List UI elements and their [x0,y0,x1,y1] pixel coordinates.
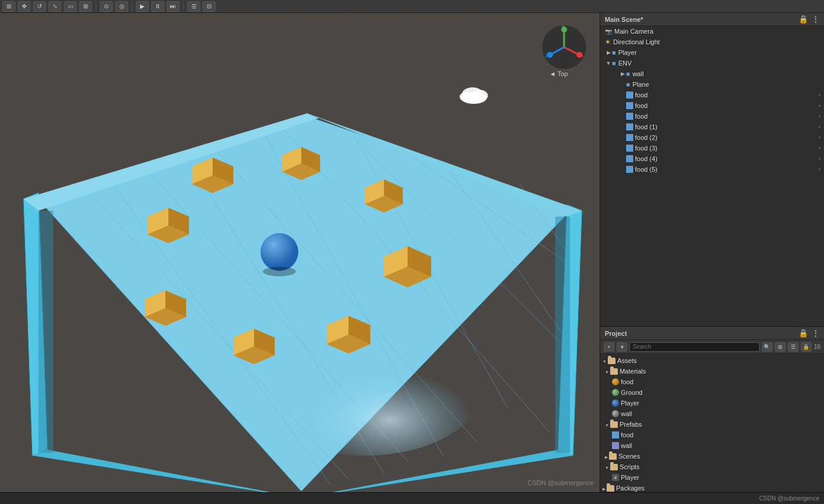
project-lock-icon[interactable]: 🔒 [799,329,808,338]
project-label-scripts: Scripts [620,463,640,470]
hierarchy-label-food-4n: food (4) [635,155,657,162]
player-cube-icon: ■ [612,49,616,56]
project-search-icon[interactable]: 🔍 [762,342,773,352]
project-toolbar: + ▾ 🔍 ⊞ ☰ 🔒 16 [600,340,824,354]
project-header-icons: 🔒 ⋮ [799,329,819,338]
mat-player-icon [612,400,619,407]
scenes-folder-icon [609,453,617,460]
scene-svg: x z y ◄ Top [0,13,600,492]
hierarchy-item-env[interactable]: ▼ ■ ENV [600,58,824,68]
separator-3 [183,2,184,11]
hierarchy-item-food-1[interactable]: ▶ food › [600,90,824,100]
toolbar-btn-rect[interactable]: ▭ [64,1,77,12]
svg-text:x: x [581,53,584,58]
project-count: 16 [814,343,820,350]
separator-2 [132,2,132,11]
food4n-icon [626,155,633,162]
toolbar-btn-scale[interactable]: ⤡ [48,1,61,12]
hierarchy-item-plane[interactable]: ▶ ■ Plane [600,79,824,90]
project-item-scenes[interactable]: Scenes [600,451,824,462]
toolbar-btn-pivot[interactable]: ⊙ [100,1,113,12]
food3n-icon [626,145,633,152]
toolbar-btn-rotate[interactable]: ↺ [33,1,46,12]
mat-ground-icon [612,389,619,396]
project-item-assets[interactable]: Assets [600,355,824,366]
hierarchy-item-food-4n[interactable]: ▶ food (4) › [600,153,824,164]
svg-text:z: z [545,53,548,58]
project-item-materials[interactable]: Materials [600,366,824,377]
project-title: Project [605,330,627,337]
hierarchy-item-directional-light[interactable]: ☀ Directional Light [600,37,824,47]
food2-chevron: › [819,103,824,109]
hierarchy-menu-icon[interactable]: ⋮ [812,15,819,24]
project-lock-btn[interactable]: 🔒 [801,342,812,352]
toolbar-btn-layout[interactable]: ⊟ [203,1,216,12]
hierarchy-label-food-1n: food (1) [635,123,657,130]
hierarchy-item-food-1n[interactable]: ▶ food (1) › [600,122,824,132]
packages-expand [602,485,607,492]
food3-icon [626,113,633,120]
project-label-prefab-food: food [621,431,633,438]
project-label-mat-wall: wall [621,410,632,417]
mat-wall-icon [612,410,619,417]
materials-folder-icon [610,368,618,375]
scene-viewport[interactable]: x z y ◄ Top CSDN @submergence [0,13,600,492]
hierarchy-label-wall: wall [633,70,644,77]
project-add-button[interactable]: + [604,342,614,352]
env-expand-arrow: ▼ [605,60,612,67]
hierarchy-item-food-5n[interactable]: ▶ food (5) › [600,164,824,175]
hierarchy-item-food-2n[interactable]: ▶ food (2) › [600,132,824,143]
project-view-btn2[interactable]: ☰ [788,342,799,352]
prefab-food-icon [612,431,619,438]
assets-folder-icon [608,358,615,364]
food2n-chevron: › [819,135,824,140]
hierarchy-item-player[interactable]: ▶ ■ Player [600,47,824,58]
project-item-mat-food[interactable]: food [600,377,824,387]
toolbar-btn-pause[interactable]: ⏸ [151,1,164,12]
hierarchy-lock-icon[interactable]: 🔒 [799,15,808,24]
prefab-wall-icon [612,442,619,449]
project-add-dropdown[interactable]: ▾ [617,342,627,352]
project-label-script-player: Player [621,474,639,481]
toolbar-btn-all[interactable]: ⊞ [79,1,92,12]
svg-point-80 [461,92,487,104]
toolbar-btn-transform[interactable]: ⊞ [2,1,15,12]
hierarchy-item-food-3[interactable]: ▶ food › [600,111,824,122]
project-search-input[interactable] [630,342,760,352]
project-item-scripts[interactable]: Scripts [600,462,824,472]
food5n-chevron: › [819,166,824,172]
project-item-prefab-food[interactable]: food [600,430,824,440]
status-text: CSDN @submergence [759,495,819,502]
project-item-prefab-wall[interactable]: wall [600,440,824,451]
food1n-icon [626,123,633,130]
toolbar-btn-step[interactable]: ⏭ [167,1,180,12]
hierarchy-label-directional-light: Directional Light [613,38,660,45]
prefabs-folder-icon [610,421,618,428]
project-menu-icon[interactable]: ⋮ [812,329,819,338]
hierarchy-item-food-2[interactable]: ▶ food › [600,100,824,111]
project-tree: Assets Materials food [600,354,824,492]
project-label-mat-ground: Ground [621,389,643,396]
project-item-prefabs[interactable]: Prefabs [600,419,824,430]
project-label-assets: Assets [617,357,637,364]
food5n-icon [626,166,633,173]
toolbar-btn-global[interactable]: ◎ [115,1,128,12]
project-item-packages[interactable]: Packages [600,483,824,492]
hierarchy-item-food-3n[interactable]: ▶ food (3) › [600,143,824,153]
toolbar-btn-layers[interactable]: ☰ [187,1,200,12]
project-item-mat-player[interactable]: Player [600,398,824,408]
wall-cube-icon: ■ [626,70,630,77]
project-item-script-player[interactable]: # Player [600,472,824,483]
toolbar-btn-move[interactable]: ✥ [18,1,31,12]
project-view-btn1[interactable]: ⊞ [775,342,786,352]
svg-marker-42 [555,217,570,453]
watermark: CSDN @submergence [527,479,594,486]
project-item-mat-wall[interactable]: wall [600,408,824,419]
project-item-mat-ground[interactable]: Ground [600,387,824,398]
hierarchy-header-icons: 🔒 ⋮ [799,15,819,24]
svg-text:y: y [562,24,565,30]
hierarchy-item-wall[interactable]: ▶ ■ wall [600,68,824,79]
hierarchy-item-main-camera[interactable]: 📷 Main Camera [600,26,824,37]
toolbar-btn-play[interactable]: ▶ [136,1,149,12]
hierarchy-header: Main Scene* 🔒 ⋮ [600,13,824,26]
